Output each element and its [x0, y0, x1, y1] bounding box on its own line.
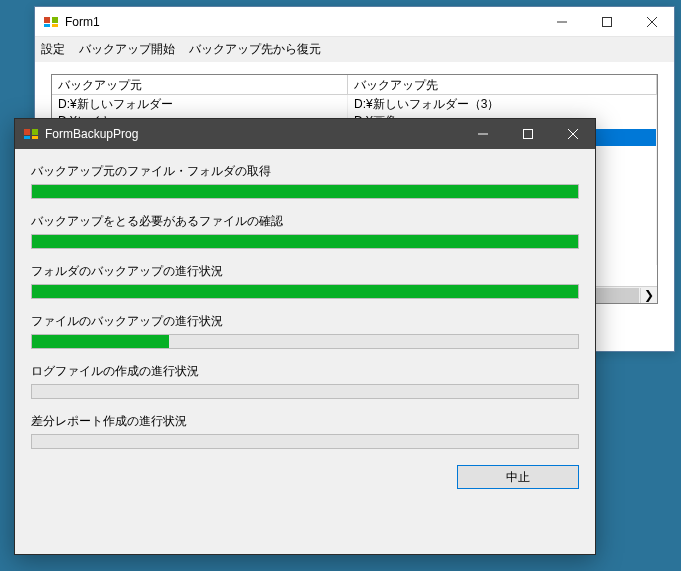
progress-fill: [32, 185, 578, 198]
menubar: 設定 バックアップ開始 バックアップ先から復元: [35, 37, 674, 62]
app-icon: [43, 14, 59, 30]
minimize-button[interactable]: [460, 119, 505, 149]
menu-settings[interactable]: 設定: [41, 41, 65, 58]
svg-rect-3: [52, 24, 58, 27]
progress-block-get-files: バックアップ元のファイル・フォルダの取得: [31, 163, 579, 199]
form2-body: バックアップ元のファイル・フォルダの取得 バックアップをとる必要があるファイルの…: [15, 149, 595, 501]
table-header: バックアップ元 バックアップ先: [52, 75, 657, 95]
svg-rect-13: [523, 130, 532, 139]
minimize-button[interactable]: [539, 7, 584, 36]
progress-block-diff-report: 差分レポート作成の進行状況: [31, 413, 579, 449]
svg-rect-11: [32, 136, 38, 139]
progress-bar: [31, 284, 579, 299]
form1-title: Form1: [65, 15, 100, 29]
header-source[interactable]: バックアップ元: [52, 75, 348, 94]
progress-label: 差分レポート作成の進行状況: [31, 413, 579, 430]
progress-fill: [32, 335, 169, 348]
scrollbar-thumb[interactable]: [589, 288, 639, 303]
form1-titlebar[interactable]: Form1: [35, 7, 674, 37]
progress-label: バックアップ元のファイル・フォルダの取得: [31, 163, 579, 180]
form2-titlebar[interactable]: FormBackupProg: [15, 119, 595, 149]
close-button[interactable]: [629, 7, 674, 36]
button-row: 中止: [31, 465, 579, 489]
cell-source: D:¥新しいフォルダー: [52, 95, 348, 112]
progress-bar: [31, 234, 579, 249]
close-icon: [568, 129, 578, 139]
progress-block-folder-backup: フォルダのバックアップの進行状況: [31, 263, 579, 299]
progress-label: フォルダのバックアップの進行状況: [31, 263, 579, 280]
progress-block-check-files: バックアップをとる必要があるファイルの確認: [31, 213, 579, 249]
window-backup-progress: FormBackupProg バックアップ元のファイル・フォルダの取得 バックア…: [14, 118, 596, 555]
close-button[interactable]: [550, 119, 595, 149]
progress-bar: [31, 184, 579, 199]
svg-rect-8: [24, 129, 30, 135]
progress-label: バックアップをとる必要があるファイルの確認: [31, 213, 579, 230]
svg-rect-10: [24, 136, 30, 139]
maximize-button[interactable]: [584, 7, 629, 36]
progress-bar: [31, 334, 579, 349]
progress-fill: [32, 235, 578, 248]
svg-rect-1: [52, 17, 58, 23]
header-dest[interactable]: バックアップ先: [348, 75, 657, 94]
svg-rect-2: [44, 24, 50, 27]
svg-rect-5: [602, 17, 611, 26]
progress-label: ログファイルの作成の進行状況: [31, 363, 579, 380]
minimize-icon: [557, 17, 567, 27]
app-icon: [23, 126, 39, 142]
progress-label: ファイルのバックアップの進行状況: [31, 313, 579, 330]
svg-rect-9: [32, 129, 38, 135]
svg-rect-0: [44, 17, 50, 23]
menu-start-backup[interactable]: バックアップ開始: [79, 41, 175, 58]
maximize-button[interactable]: [505, 119, 550, 149]
progress-fill: [32, 285, 578, 298]
scroll-right-arrow[interactable]: ❯: [640, 288, 657, 303]
progress-bar: [31, 384, 579, 399]
progress-block-file-backup: ファイルのバックアップの進行状況: [31, 313, 579, 349]
progress-bar: [31, 434, 579, 449]
close-icon: [647, 17, 657, 27]
cell-dest: D:¥新しいフォルダー（3）: [348, 95, 657, 112]
menu-restore[interactable]: バックアップ先から復元: [189, 41, 321, 58]
table-row[interactable]: D:¥新しいフォルダー D:¥新しいフォルダー（3）: [52, 95, 657, 112]
minimize-icon: [478, 129, 488, 139]
form2-title: FormBackupProg: [45, 127, 138, 141]
progress-block-log-creation: ログファイルの作成の進行状況: [31, 363, 579, 399]
maximize-icon: [523, 129, 533, 139]
cancel-button[interactable]: 中止: [457, 465, 579, 489]
maximize-icon: [602, 17, 612, 27]
